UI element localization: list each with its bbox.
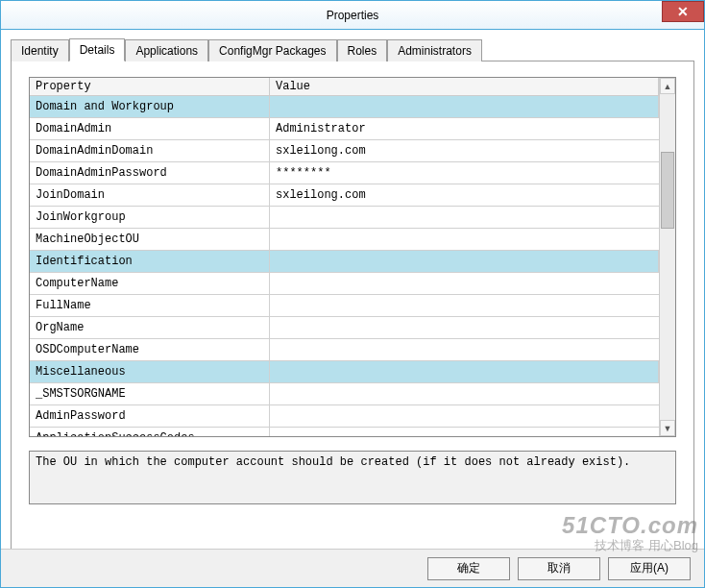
property-cell: FullName [30, 295, 270, 316]
value-cell[interactable] [270, 317, 659, 338]
group-row[interactable]: Identification [30, 251, 659, 273]
value-cell [270, 96, 659, 117]
property-cell: Identification [30, 251, 270, 272]
value-cell[interactable] [270, 405, 659, 427]
grid-body: Domain and WorkgroupDomainAdminAdministr… [30, 96, 659, 436]
value-cell[interactable]: sxleilong.com [270, 140, 659, 161]
property-cell: MachineObjectOU [30, 229, 270, 250]
property-cell: JoinDomain [30, 184, 270, 206]
property-row[interactable]: ApplicationSuccessCodes [30, 428, 659, 436]
property-cell: ComputerName [30, 273, 270, 294]
property-row[interactable]: MachineObjectOU [30, 229, 659, 251]
scroll-down-arrow-icon[interactable]: ▼ [660, 420, 675, 436]
column-header-property[interactable]: Property [30, 78, 270, 95]
tab-identity[interactable]: Identity [11, 39, 69, 61]
property-row[interactable]: DomainAdminDomainsxleilong.com [30, 140, 659, 162]
property-cell: _SMSTSORGNAME [30, 383, 270, 404]
description-box: The OU in which the computer account sho… [29, 451, 676, 504]
property-cell: DomainAdmin [30, 118, 270, 139]
dialog-button-row: 确定 取消 应用(A) [1, 549, 704, 587]
scroll-track[interactable] [660, 94, 675, 420]
value-cell[interactable] [270, 428, 659, 436]
value-cell[interactable] [270, 207, 659, 228]
property-cell: DomainAdminPassword [30, 162, 270, 184]
property-cell: OrgName [30, 317, 270, 338]
value-cell[interactable]: ******** [270, 162, 659, 184]
tab-panel-details: Property Value Domain and WorkgroupDomai… [11, 61, 694, 555]
group-row[interactable]: Domain and Workgroup [30, 96, 659, 118]
property-row[interactable]: JoinWorkgroup [30, 207, 659, 229]
scroll-thumb[interactable] [661, 152, 674, 229]
column-header-value[interactable]: Value [270, 78, 659, 95]
property-row[interactable]: AdminPassword [30, 405, 659, 428]
grid-header: Property Value [30, 78, 659, 96]
window-title: Properties [327, 9, 379, 22]
property-cell: OSDComputerName [30, 339, 270, 360]
title-bar: Properties ✕ [1, 1, 704, 30]
property-row[interactable]: OrgName [30, 317, 659, 339]
property-cell: JoinWorkgroup [30, 207, 270, 228]
value-cell[interactable] [270, 383, 659, 404]
cancel-button[interactable]: 取消 [518, 557, 600, 580]
scroll-up-arrow-icon[interactable]: ▲ [660, 78, 675, 94]
property-row[interactable]: OSDComputerName [30, 339, 659, 361]
value-cell[interactable] [270, 273, 659, 294]
tab-roles[interactable]: Roles [337, 39, 388, 61]
tab-strip: Identity Details Applications ConfigMgr … [11, 37, 694, 61]
property-row[interactable]: FullName [30, 295, 659, 317]
property-cell: DomainAdminDomain [30, 140, 270, 161]
property-cell: ApplicationSuccessCodes [30, 428, 270, 436]
tab-administrators[interactable]: Administrators [387, 39, 482, 61]
tab-configmgr-packages[interactable]: ConfigMgr Packages [208, 39, 336, 61]
tab-details[interactable]: Details [69, 38, 126, 61]
property-cell: Miscellaneous [30, 361, 270, 382]
ok-button[interactable]: 确定 [427, 557, 510, 580]
group-row[interactable]: Miscellaneous [30, 361, 659, 383]
property-cell: Domain and Workgroup [30, 96, 270, 117]
value-cell [270, 361, 659, 382]
vertical-scrollbar[interactable]: ▲ ▼ [659, 78, 675, 436]
value-cell[interactable] [270, 295, 659, 316]
value-cell[interactable]: Administrator [270, 118, 659, 139]
tab-applications[interactable]: Applications [125, 39, 208, 61]
property-row[interactable]: _SMSTSORGNAME [30, 383, 659, 405]
property-row[interactable]: JoinDomainsxleilong.com [30, 184, 659, 207]
close-icon: ✕ [677, 4, 689, 19]
value-cell[interactable] [270, 229, 659, 250]
content-area: Identity Details Applications ConfigMgr … [1, 30, 704, 555]
apply-button[interactable]: 应用(A) [608, 557, 691, 580]
property-row[interactable]: DomainAdminPassword******** [30, 162, 659, 184]
property-grid: Property Value Domain and WorkgroupDomai… [29, 77, 676, 437]
value-cell[interactable]: sxleilong.com [270, 184, 659, 206]
close-button[interactable]: ✕ [662, 1, 704, 22]
property-row[interactable]: DomainAdminAdministrator [30, 118, 659, 140]
value-cell[interactable] [270, 339, 659, 360]
value-cell [270, 251, 659, 272]
property-row[interactable]: ComputerName [30, 273, 659, 295]
property-cell: AdminPassword [30, 405, 270, 427]
